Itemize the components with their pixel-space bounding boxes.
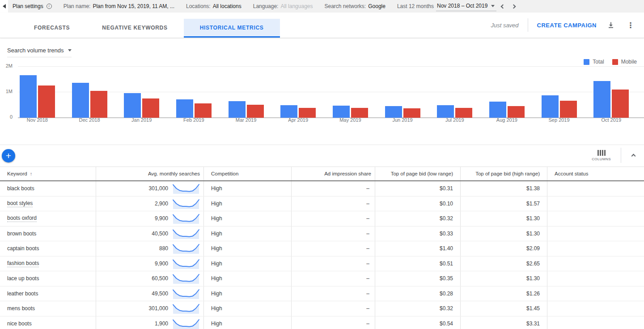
bar-total [385, 106, 402, 118]
create-campaign-button[interactable]: CREATE CAMPAIGN [537, 22, 597, 29]
table-row[interactable]: nice boots1,900High–$0.54$3.31 [0, 316, 644, 329]
trend-sparkline[interactable] [172, 243, 200, 254]
tab-historical-metrics[interactable]: HISTORICAL METRICS [184, 19, 280, 38]
cell-top-of-page-bid-low: $0.28 [375, 286, 461, 301]
competition-value: High [211, 185, 222, 192]
column-header-label: Ad impression share [324, 171, 371, 176]
column-header-avg-monthly-searches[interactable]: Avg. monthly searches [96, 167, 204, 180]
x-axis-label: Sep 2019 [533, 117, 585, 123]
collapse-chart-button[interactable] [627, 149, 640, 162]
bid-high-value: $1.30 [526, 231, 540, 237]
bid-high-value: $1.57 [526, 201, 540, 207]
cell-avg-monthly-searches: 301,000 [96, 181, 204, 196]
back-button[interactable] [0, 0, 8, 13]
cell-ad-impression-share: – [292, 181, 375, 196]
competition-value: High [211, 275, 222, 282]
chart-month-labels: Nov 2018Dec 2018Jan 2019Feb 2019Mar 2019… [11, 117, 637, 123]
trend-sparkline[interactable] [172, 213, 200, 224]
trend-sparkline[interactable] [172, 228, 200, 239]
table-row[interactable]: brown boots40,500High–$0.33$1.30 [0, 226, 644, 242]
search-networks-setting[interactable]: Search networks: Google [325, 3, 386, 9]
cell-avg-monthly-searches: 49,500 [96, 286, 204, 301]
cell-account-status [547, 286, 644, 301]
bar-group-feb-2019 [168, 66, 220, 118]
columns-button-label: COLUMNS [592, 157, 611, 161]
column-header-keyword[interactable]: Keyword↑ [0, 167, 96, 180]
more-options-button[interactable]: ⋮ [625, 20, 636, 30]
competition-value: High [211, 261, 222, 267]
column-header-account-status[interactable]: Account status [547, 167, 644, 180]
download-button[interactable] [606, 20, 616, 30]
cell-ad-impression-share: – [292, 241, 375, 256]
table-row[interactable]: lace up boots60,500High–$0.35$1.30 [0, 271, 644, 286]
bar-group-jun-2019 [377, 66, 429, 118]
table-row[interactable]: captain boots880High–$1.40$2.09 [0, 241, 644, 256]
x-axis-label: Dec 2018 [64, 117, 116, 123]
plan-name-label: Plan name: [64, 3, 91, 9]
bar-group-may-2019 [324, 66, 377, 118]
plan-name-value: Plan from Nov 15, 2019, 11 AM, ... [93, 3, 174, 9]
plan-settings-button[interactable]: Plan settings i [13, 3, 52, 9]
language-setting[interactable]: Language: All languages [253, 3, 313, 9]
bar-mobile [560, 101, 577, 118]
table-row[interactable]: black boots301,000High–$0.31$1.38 [0, 181, 644, 197]
trend-sparkline[interactable] [172, 288, 200, 299]
bar-total [333, 106, 350, 118]
searches-value: 880 [159, 245, 168, 252]
trend-sparkline[interactable] [172, 198, 200, 209]
tab-negative-keywords[interactable]: NEGATIVE KEYWORDS [86, 19, 183, 38]
cell-keyword: fashion boots [0, 256, 96, 271]
date-range-select[interactable]: Nov 2018 – Oct 2019 [436, 1, 496, 11]
locations-setting[interactable]: Locations: All locations [186, 3, 242, 9]
date-range-group: Last 12 months Nov 2018 – Oct 2019 [397, 1, 518, 11]
column-header-top-of-page-bid-high-range[interactable]: Top of page bid (high range) [461, 167, 547, 180]
columns-button[interactable]: COLUMNS [588, 149, 614, 162]
language-label: Language: [253, 3, 279, 9]
chart-type-select[interactable]: Search volume trends [7, 47, 72, 57]
add-keywords-button[interactable]: + [2, 149, 15, 162]
column-header-ad-impression-share[interactable]: Ad impression share [292, 167, 375, 180]
x-axis-label: Jul 2019 [428, 117, 481, 123]
previous-period-button[interactable] [499, 1, 507, 11]
trend-sparkline[interactable] [172, 183, 200, 194]
searches-value: 49,500 [152, 291, 168, 297]
column-header-competition[interactable]: Competition [204, 167, 292, 180]
tab-forecasts[interactable]: FORECASTS [18, 19, 86, 38]
cell-account-status [547, 226, 644, 241]
column-header-top-of-page-bid-low-range[interactable]: Top of page bid (low range) [375, 167, 461, 180]
bar-total [20, 75, 37, 118]
bar-mobile [38, 85, 55, 118]
bar-total [280, 105, 297, 118]
tab-bar: FORECASTSNEGATIVE KEYWORDSHISTORICAL MET… [0, 13, 644, 38]
trend-sparkline[interactable] [172, 303, 200, 314]
table-row[interactable]: fashion boots9,900High–$0.51$2.65 [0, 256, 644, 272]
trend-sparkline[interactable] [172, 273, 200, 284]
cell-keyword: lace up boots [0, 271, 96, 286]
plan-name-field[interactable]: Plan name: Plan from Nov 15, 2019, 11 AM… [64, 3, 174, 9]
ad-impression-share-value: – [366, 320, 369, 327]
bid-low-value: $0.33 [440, 231, 453, 237]
table-row[interactable]: leather boots49,500High–$0.28$1.26 [0, 286, 644, 302]
competition-value: High [211, 231, 222, 237]
cell-competition: High [204, 197, 292, 211]
cell-competition: High [204, 241, 292, 256]
search-volume-chart-section: Search volume trends TotalMobile 2M1M0 N… [0, 38, 644, 145]
searches-value: 301,000 [149, 305, 168, 312]
table-row[interactable]: boot styles2,900High–$0.10$1.57 [0, 197, 644, 212]
table-header-row: Keyword↑Avg. monthly searchesCompetition… [0, 167, 644, 181]
trend-sparkline[interactable] [172, 318, 200, 329]
cell-top-of-page-bid-high: $1.26 [461, 286, 547, 301]
divider [528, 18, 528, 32]
table-row[interactable]: boots oxford9,900High–$0.32$1.30 [0, 211, 644, 226]
bid-low-value: $0.54 [440, 320, 453, 327]
ad-impression-share-value: – [366, 215, 369, 222]
searches-value: 1,900 [155, 320, 168, 327]
cell-ad-impression-share: – [292, 256, 375, 271]
searches-value: 9,900 [155, 261, 168, 267]
next-period-button[interactable] [509, 1, 518, 11]
table-row[interactable]: mens boots301,000High–$0.32$1.45 [0, 301, 644, 316]
trend-sparkline[interactable] [172, 258, 200, 269]
keywords-table-section: + COLUMNS Keyword↑Avg. monthly searchesC… [0, 145, 644, 329]
sort-ascending-icon: ↑ [30, 171, 33, 176]
cell-avg-monthly-searches: 880 [96, 241, 204, 256]
